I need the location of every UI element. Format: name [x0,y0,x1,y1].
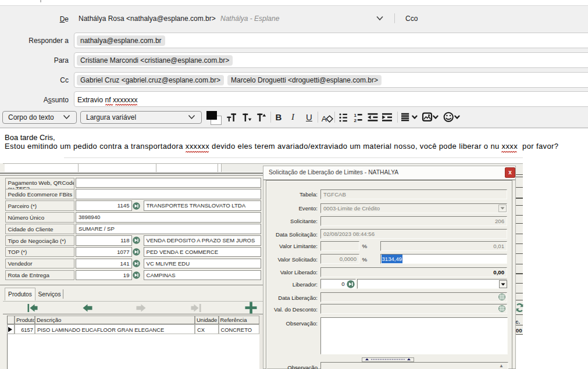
svg-text:1: 1 [354,113,357,118]
svg-text:2: 2 [354,118,357,123]
svg-text:A: A [322,114,327,123]
